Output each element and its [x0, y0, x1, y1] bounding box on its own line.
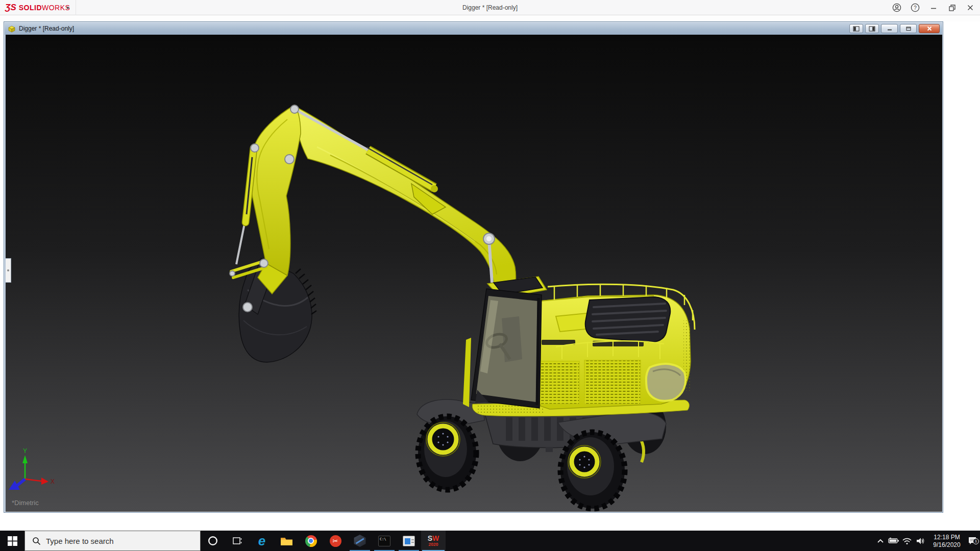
- taskbar-icon-file-explorer[interactable]: [274, 531, 299, 551]
- taskbar-icon-solidworks-2020[interactable]: SW 2020: [421, 531, 446, 551]
- edge-icon: e: [258, 534, 265, 547]
- 3d-viewport[interactable]: Y X *Dimetric: [6, 35, 942, 512]
- doc-minimize-button[interactable]: [881, 24, 898, 33]
- help-glyph: ?: [914, 5, 917, 11]
- start-button[interactable]: [0, 531, 24, 551]
- solidworks-icon: SW 2020: [428, 535, 439, 547]
- document-titlebar[interactable]: Digger * [Read-only]: [5, 22, 942, 35]
- chrome-icon: [305, 535, 317, 547]
- doc-close-button[interactable]: [919, 24, 940, 33]
- show-pane-left-button[interactable]: [849, 24, 863, 33]
- taskbar-icon-command-prompt[interactable]: C:\: [372, 531, 397, 551]
- viewport-canvas[interactable]: Y X *Dimetric: [6, 35, 942, 512]
- part-document-icon: [8, 24, 16, 33]
- help-icon[interactable]: ?: [910, 2, 921, 13]
- minimize-button[interactable]: [928, 2, 939, 13]
- menu-gap: [0, 16, 980, 21]
- tray-clock[interactable]: 12:18 PM 9/16/2020: [927, 533, 967, 549]
- tray-battery-icon[interactable]: [887, 537, 900, 544]
- notification-count-badge: 1: [973, 538, 979, 544]
- tray-volume-icon[interactable]: [914, 537, 927, 545]
- media-app-icon: [403, 536, 415, 546]
- task-view-button[interactable]: [225, 531, 250, 551]
- cortana-button[interactable]: [201, 531, 225, 551]
- show-pane-right-button[interactable]: [865, 24, 879, 33]
- tray-wifi-icon[interactable]: [900, 537, 914, 545]
- triad-y-label: Y: [23, 447, 27, 455]
- wheel-front-right: [560, 432, 625, 509]
- panel-splitter-handle[interactable]: [6, 258, 11, 283]
- file-explorer-icon: [280, 536, 293, 546]
- app-window-title: Digger * [Read-only]: [0, 0, 980, 15]
- wheel-front-left: [418, 416, 476, 490]
- search-icon: [32, 537, 41, 545]
- snipping-tool-icon: ✂: [330, 535, 341, 547]
- restore-button[interactable]: [946, 2, 958, 13]
- triad-x-label: X: [51, 478, 55, 485]
- doc-restore-button[interactable]: [900, 24, 917, 33]
- account-icon[interactable]: [891, 2, 902, 13]
- taskbar-icon-edge[interactable]: e: [250, 531, 274, 551]
- system-tray: 12:18 PM 9/16/2020 1: [874, 531, 980, 551]
- document-window: Digger * [Read-only]: [4, 21, 943, 513]
- close-button[interactable]: [965, 2, 976, 13]
- edrawings-icon: [353, 535, 366, 547]
- app-titlebar: ƷS SOLID WORKS ▸ Digger * [Read-only] ?: [0, 0, 980, 15]
- tray-date: 9/16/2020: [927, 541, 967, 549]
- document-title: Digger * [Read-only]: [19, 25, 74, 32]
- taskbar-icon-edrawings[interactable]: [348, 531, 372, 551]
- taskbar-search[interactable]: [24, 531, 201, 551]
- taskbar-icon-snipping-tool[interactable]: ✂: [323, 531, 348, 551]
- view-orientation-label: *Dimetric: [12, 499, 39, 507]
- tray-chevron-up-icon[interactable]: [874, 538, 887, 544]
- action-center-button[interactable]: 1: [967, 536, 980, 546]
- taskbar-icon-media-app[interactable]: [397, 531, 421, 551]
- search-input[interactable]: [46, 537, 189, 545]
- command-prompt-icon: C:\: [378, 536, 390, 546]
- tray-time: 12:18 PM: [927, 534, 967, 541]
- taskbar: e ✂ C:\ SW 2020: [0, 531, 980, 551]
- taskbar-icon-chrome[interactable]: [299, 531, 323, 551]
- upper-body: [530, 284, 695, 409]
